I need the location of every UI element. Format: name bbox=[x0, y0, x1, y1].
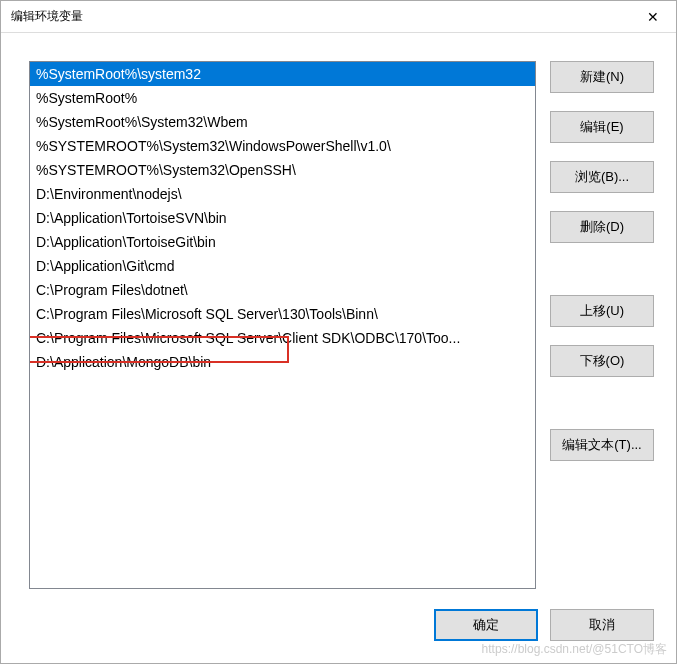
close-button[interactable]: ✕ bbox=[630, 1, 676, 33]
titlebar: 编辑环境变量 ✕ bbox=[1, 1, 676, 33]
sidebar-buttons: 新建(N) 编辑(E) 浏览(B)... 删除(D) 上移(U) 下移(O) 编… bbox=[550, 61, 654, 589]
list-item[interactable]: C:\Program Files\dotnet\ bbox=[30, 278, 535, 302]
ok-button[interactable]: 确定 bbox=[434, 609, 538, 641]
edit-button[interactable]: 编辑(E) bbox=[550, 111, 654, 143]
edit-text-button[interactable]: 编辑文本(T)... bbox=[550, 429, 654, 461]
list-item[interactable]: C:\Program Files\Microsoft SQL Server\Cl… bbox=[30, 326, 535, 350]
list-item[interactable]: %SystemRoot%\System32\Wbem bbox=[30, 110, 535, 134]
move-up-button[interactable]: 上移(U) bbox=[550, 295, 654, 327]
list-item[interactable]: D:\Application\TortoiseGit\bin bbox=[30, 230, 535, 254]
list-item[interactable]: D:\Application\TortoiseSVN\bin bbox=[30, 206, 535, 230]
list-item[interactable]: %SYSTEMROOT%\System32\WindowsPowerShell\… bbox=[30, 134, 535, 158]
window-title: 编辑环境变量 bbox=[11, 8, 83, 25]
footer: 确定 取消 bbox=[1, 605, 676, 661]
list-item[interactable]: C:\Program Files\Microsoft SQL Server\13… bbox=[30, 302, 535, 326]
close-icon: ✕ bbox=[647, 9, 659, 25]
cancel-button[interactable]: 取消 bbox=[550, 609, 654, 641]
list-item[interactable]: D:\Application\MongoDB\bin bbox=[30, 350, 535, 374]
path-listbox[interactable]: %SystemRoot%\system32%SystemRoot%%System… bbox=[29, 61, 536, 589]
list-item[interactable]: %SystemRoot% bbox=[30, 86, 535, 110]
new-button[interactable]: 新建(N) bbox=[550, 61, 654, 93]
list-item[interactable]: %SYSTEMROOT%\System32\OpenSSH\ bbox=[30, 158, 535, 182]
list-item[interactable]: %SystemRoot%\system32 bbox=[30, 62, 535, 86]
move-down-button[interactable]: 下移(O) bbox=[550, 345, 654, 377]
list-item[interactable]: D:\Application\Git\cmd bbox=[30, 254, 535, 278]
browse-button[interactable]: 浏览(B)... bbox=[550, 161, 654, 193]
delete-button[interactable]: 删除(D) bbox=[550, 211, 654, 243]
list-item[interactable]: D:\Environment\nodejs\ bbox=[30, 182, 535, 206]
content-area: %SystemRoot%\system32%SystemRoot%%System… bbox=[1, 33, 676, 605]
